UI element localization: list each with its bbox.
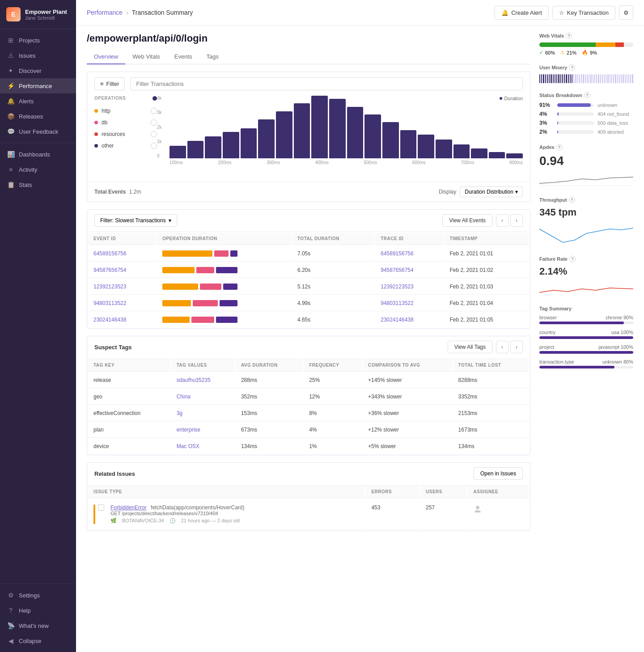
star-icon: ☆ bbox=[559, 9, 564, 16]
breadcrumb: Performance › Transaction Summary bbox=[87, 9, 193, 16]
op-db[interactable]: db bbox=[94, 117, 157, 128]
tab-tags[interactable]: Tags bbox=[199, 50, 226, 64]
chart-bar bbox=[418, 135, 434, 158]
tag-value-link[interactable]: sdaufhu35235 bbox=[177, 377, 211, 383]
tag-value-link[interactable]: China bbox=[177, 394, 191, 400]
svg-point-0 bbox=[476, 506, 479, 509]
web-vitals-help-icon[interactable]: ? bbox=[566, 33, 572, 39]
sidebar-item-help[interactable]: ? Help bbox=[0, 603, 76, 618]
event-id-link[interactable]: 12392123523 bbox=[93, 284, 126, 290]
user-misery-help-icon[interactable]: ? bbox=[569, 64, 575, 71]
key-transaction-button[interactable]: ☆ Key Transaction bbox=[552, 6, 615, 20]
um-bar bbox=[611, 74, 612, 83]
slowest-transactions-filter[interactable]: Filter: Slowest Transactions ▾ bbox=[94, 214, 177, 227]
status-item: 3% 500 data_loss bbox=[539, 120, 633, 126]
sidebar-item-activity[interactable]: ≡ Activity bbox=[0, 162, 76, 177]
op-http[interactable]: http bbox=[94, 105, 157, 117]
dur-orange-bar bbox=[162, 317, 190, 323]
sidebar-item-collapse[interactable]: ◀ Collapse bbox=[0, 633, 76, 648]
chart-footer: Total Events 1.2m Display Duration Distr… bbox=[87, 182, 530, 202]
chart-bar bbox=[294, 103, 310, 158]
display-dropdown[interactable]: Duration Distribution ▾ bbox=[460, 186, 523, 197]
issue-title-link[interactable]: ForbiddenError bbox=[110, 504, 147, 511]
chart-bars bbox=[169, 96, 523, 158]
settings-button[interactable]: ⚙ bbox=[619, 5, 633, 20]
tab-web-vitals[interactable]: Web Vitals bbox=[125, 50, 167, 64]
um-bar bbox=[570, 74, 571, 83]
um-bar bbox=[623, 74, 623, 83]
status-help-icon[interactable]: ? bbox=[584, 92, 590, 98]
sidebar-item-user-feedback[interactable]: 💬 User Feedback bbox=[0, 124, 76, 139]
tab-events[interactable]: Events bbox=[167, 50, 199, 64]
throughput-help-icon[interactable]: ? bbox=[569, 197, 575, 203]
event-id-link[interactable]: 94803113522 bbox=[93, 300, 126, 306]
prev-page-button[interactable]: ‹ bbox=[496, 214, 508, 227]
sidebar-item-issues[interactable]: ⚠ Issues bbox=[0, 48, 76, 63]
duration-bar-cell bbox=[162, 250, 286, 257]
suspect-prev-button[interactable]: ‹ bbox=[496, 341, 508, 353]
view-all-tags-button[interactable]: View All Tags bbox=[448, 341, 492, 353]
sidebar-item-releases[interactable]: 📦 Releases bbox=[0, 109, 76, 124]
um-bar bbox=[615, 74, 616, 83]
sidebar-item-projects[interactable]: ⊞ Projects bbox=[0, 33, 76, 48]
tag-row: transaction.type unknown 80% bbox=[539, 359, 633, 364]
breadcrumb-parent[interactable]: Performance bbox=[87, 9, 123, 16]
issue-checkbox[interactable] bbox=[98, 504, 104, 511]
um-bar bbox=[594, 74, 595, 83]
event-id-link[interactable]: 94587656754 bbox=[93, 267, 126, 273]
trace-id-link[interactable]: 23024146438 bbox=[381, 317, 413, 323]
resources-radio[interactable] bbox=[151, 131, 157, 137]
total-time-cell: 3352ms bbox=[453, 389, 529, 405]
dur-pink-bar bbox=[193, 300, 218, 306]
tag-bar-outer bbox=[539, 366, 633, 368]
create-alert-button[interactable]: 🔔 Create Alert bbox=[495, 6, 549, 20]
sidebar-item-stats[interactable]: 📋 Stats bbox=[0, 177, 76, 192]
event-id-link[interactable]: 23024146438 bbox=[93, 317, 126, 323]
tag-value-link[interactable]: enterprise bbox=[177, 427, 200, 433]
failure-rate-card: Failure Rate ? 2.14% bbox=[539, 256, 633, 297]
view-all-events-button[interactable]: View All Events bbox=[442, 214, 492, 227]
trace-id-link[interactable]: 64589156756 bbox=[381, 250, 413, 257]
tag-key-cell: effectiveConnection bbox=[88, 406, 170, 421]
sidebar-item-performance[interactable]: ⚡ Performance bbox=[0, 78, 76, 93]
other-radio[interactable] bbox=[151, 143, 157, 149]
tab-overview[interactable]: Overview bbox=[87, 50, 125, 64]
sidebar-item-label: Activity bbox=[19, 166, 37, 173]
um-bar bbox=[541, 74, 542, 83]
throughput-title: Throughput ? bbox=[539, 197, 633, 203]
filter-icon: ≡ bbox=[100, 80, 104, 87]
total-time-cell: 2153ms bbox=[453, 406, 529, 421]
http-radio[interactable] bbox=[151, 108, 157, 114]
tag-value-link[interactable]: 3g bbox=[177, 410, 182, 416]
filter-input[interactable] bbox=[130, 77, 523, 90]
sidebar-item-alerts[interactable]: 🔔 Alerts bbox=[0, 93, 76, 109]
op-resources[interactable]: resources bbox=[94, 128, 157, 140]
filter-button[interactable]: ≡ Filter bbox=[94, 77, 125, 90]
open-in-issues-button[interactable]: Open in Issues bbox=[474, 467, 523, 480]
um-bar bbox=[545, 74, 546, 83]
trace-id-link[interactable]: 94587656754 bbox=[381, 267, 413, 273]
op-other[interactable]: other bbox=[94, 140, 157, 152]
apdex-help-icon[interactable]: ? bbox=[556, 144, 563, 150]
trace-id-link[interactable]: 12392123523 bbox=[381, 284, 413, 290]
um-bar bbox=[610, 74, 610, 83]
trace-id-link[interactable]: 94803113522 bbox=[381, 300, 413, 306]
suspect-next-button[interactable]: › bbox=[510, 341, 523, 353]
issue-title: ForbiddenError fetchData(app/components/… bbox=[110, 504, 244, 511]
avg-duration-cell: 288ms bbox=[236, 373, 303, 388]
issue-priority-bar bbox=[93, 504, 95, 524]
chart-bar bbox=[241, 128, 257, 158]
tag-value-link[interactable]: Mac OSX bbox=[177, 443, 199, 449]
event-id-link[interactable]: 64589156756 bbox=[93, 250, 126, 257]
dur-purple-bar bbox=[216, 267, 237, 273]
next-page-button[interactable]: › bbox=[510, 214, 523, 227]
sidebar-item-dashboards[interactable]: 📊 Dashboards bbox=[0, 147, 76, 162]
dur-pink-bar bbox=[196, 267, 214, 273]
sidebar-item-discover[interactable]: ✦ Discover bbox=[0, 63, 76, 78]
table-row: 64589156756 7.05s 64589156756 Feb 2, 202… bbox=[88, 246, 529, 262]
db-radio[interactable] bbox=[151, 119, 157, 126]
failure-help-icon[interactable]: ? bbox=[569, 256, 576, 262]
sidebar-item-whats-new[interactable]: 📡 What's new bbox=[0, 618, 76, 633]
sidebar-item-settings[interactable]: ⚙ Settings bbox=[0, 588, 76, 603]
status-label: 409 aborted bbox=[597, 129, 633, 135]
